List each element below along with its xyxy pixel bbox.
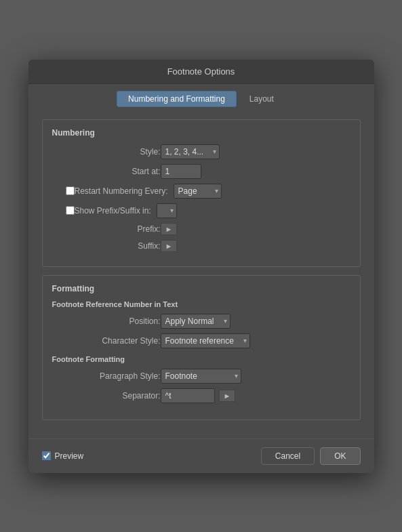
preview-checkbox[interactable]: [42, 451, 51, 460]
tab-numbering-formatting[interactable]: Numbering and Formatting: [117, 91, 237, 107]
tab-layout[interactable]: Layout: [238, 91, 285, 107]
position-label: Position:: [52, 316, 161, 326]
cancel-button[interactable]: Cancel: [261, 447, 315, 465]
footnote-formatting-subgroup: Footnote Formatting Paragraph Style: Foo…: [52, 355, 350, 403]
prefix-suffix-select-wrapper: [157, 203, 177, 218]
ok-button[interactable]: OK: [320, 447, 360, 465]
position-row: Position: Apply Normal Superscript Subsc…: [52, 314, 350, 329]
separator-input[interactable]: [161, 388, 215, 403]
prefix-label-text: Show Prefix/Suffix in:: [75, 206, 151, 216]
start-at-label: Start at:: [52, 167, 161, 176]
suffix-label: Suffix:: [52, 241, 161, 251]
restart-label: Restart Numbering Every:: [75, 186, 168, 196]
prefix-suffix-select[interactable]: [157, 203, 177, 218]
style-select-wrapper: 1, 2, 3, 4...: [161, 144, 220, 159]
style-row: Style: 1, 2, 3, 4...: [52, 144, 350, 159]
para-style-select[interactable]: Footnote [None] Basic Paragraph: [161, 369, 241, 384]
restart-select-wrapper: Page Spread Section: [174, 184, 222, 199]
start-at-row: Start at:: [52, 164, 350, 179]
dialog-title: Footnote Options: [28, 60, 374, 84]
prefix-row: Prefix: ►: [52, 223, 350, 235]
preview-label: Preview: [55, 451, 84, 461]
formatting-section: Formatting Footnote Reference Number in …: [42, 275, 361, 420]
footnote-options-dialog: Footnote Options Numbering and Formattin…: [28, 60, 374, 473]
char-style-label: Character Style:: [52, 336, 161, 346]
footnote-ref-title: Footnote Reference Number in Text: [52, 300, 350, 308]
char-style-select-wrapper: Footnote reference [None]: [161, 333, 250, 348]
separator-arrow-btn[interactable]: ►: [219, 390, 236, 402]
suffix-row: Suffix: ►: [52, 240, 350, 252]
footnote-formatting-title: Footnote Formatting: [52, 355, 350, 363]
prefix-label: Prefix:: [52, 224, 161, 234]
prefix-arrow-btn[interactable]: ►: [161, 223, 178, 235]
restart-row: Restart Numbering Every: Page Spread Sec…: [66, 184, 350, 199]
prefix-suffix-check-row: Show Prefix/Suffix in:: [66, 203, 350, 218]
numbering-section-title: Numbering: [52, 128, 350, 138]
char-style-select[interactable]: Footnote reference [None]: [161, 333, 250, 348]
start-at-input[interactable]: [161, 164, 201, 179]
formatting-section-title: Formatting: [52, 284, 350, 293]
footnote-ref-subgroup: Footnote Reference Number in Text Positi…: [52, 300, 350, 348]
title-text: Footnote Options: [167, 66, 235, 77]
para-style-select-wrapper: Footnote [None] Basic Paragraph: [161, 369, 241, 384]
position-select-wrapper: Apply Normal Superscript Subscript Ruby: [161, 314, 230, 329]
separator-label: Separator:: [52, 391, 161, 401]
tab-bar: Numbering and Formatting Layout: [28, 84, 374, 112]
para-style-label: Paragraph Style:: [52, 371, 161, 381]
restart-select[interactable]: Page Spread Section: [174, 184, 222, 199]
separator-row: Separator: ►: [52, 388, 350, 403]
restart-checkbox[interactable]: [66, 186, 75, 195]
style-select[interactable]: 1, 2, 3, 4...: [161, 144, 220, 159]
dialog-buttons: Cancel OK: [261, 447, 361, 465]
position-select[interactable]: Apply Normal Superscript Subscript Ruby: [161, 314, 230, 329]
preview-row: Preview: [42, 451, 84, 461]
dialog-content: Numbering Style: 1, 2, 3, 4... Start at:…: [28, 112, 374, 438]
dialog-footer: Preview Cancel OK: [28, 438, 374, 473]
para-style-row: Paragraph Style: Footnote [None] Basic P…: [52, 369, 350, 384]
suffix-arrow-btn[interactable]: ►: [161, 240, 178, 252]
prefix-checkbox[interactable]: [66, 206, 75, 215]
numbering-section: Numbering Style: 1, 2, 3, 4... Start at:…: [42, 119, 361, 267]
char-style-row: Character Style: Footnote reference [Non…: [52, 333, 350, 348]
style-label: Style:: [52, 147, 161, 157]
